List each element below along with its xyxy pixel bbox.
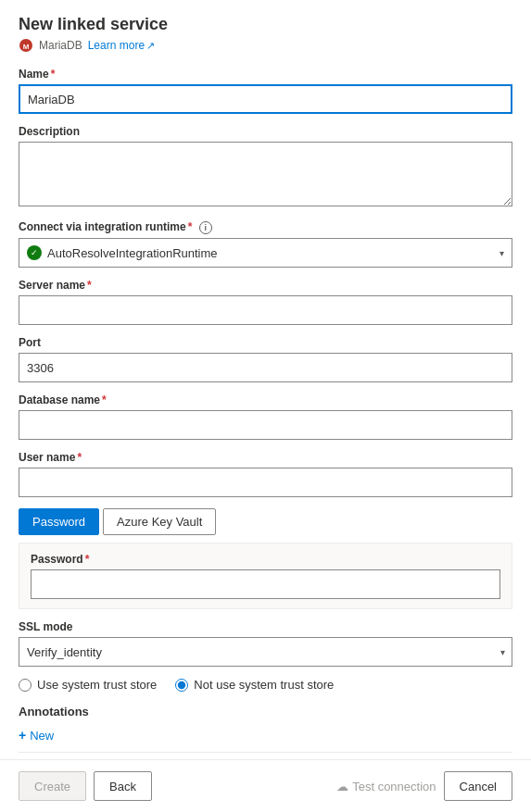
trust-store-group: Use system trust store Not use system tr…	[19, 678, 512, 692]
create-button[interactable]: Create	[19, 771, 86, 801]
external-link-icon: ↗	[146, 40, 155, 52]
system-trust-store-radio[interactable]	[19, 679, 32, 692]
username-label: User name*	[19, 451, 512, 464]
integration-runtime-label: Connect via integration runtime* i	[19, 220, 512, 234]
annotations-section: Annotations + New	[19, 699, 512, 752]
not-system-trust-store-radio[interactable]	[175, 679, 188, 692]
name-required: *	[51, 68, 56, 81]
connection-icon: ☁	[336, 780, 348, 793]
name-group: Name*	[19, 68, 512, 114]
tab-password[interactable]: Password	[19, 508, 99, 535]
ssl-mode-label: SSL mode	[19, 620, 512, 633]
ssl-mode-select[interactable]: Verify_identity Verify_CA Required Prefe…	[19, 637, 512, 667]
system-trust-store-option[interactable]: Use system trust store	[19, 678, 157, 692]
server-required: *	[87, 279, 92, 292]
auth-group: Password Azure Key Vault Password*	[19, 508, 512, 609]
password-required: *	[85, 553, 90, 566]
parameters-section[interactable]: ❯ Parameters	[19, 752, 512, 759]
runtime-chevron-icon: ▾	[499, 248, 504, 258]
database-name-group: Database name*	[19, 394, 512, 440]
footer: Create Back ☁ Test connection Cancel	[0, 759, 531, 812]
runtime-check-icon: ✓	[27, 245, 42, 260]
username-group: User name*	[19, 451, 512, 497]
runtime-dropdown-wrapper: ✓ AutoResolveIntegrationRuntime ▾	[19, 238, 512, 268]
not-system-trust-store-option[interactable]: Not use system trust store	[175, 678, 334, 692]
auth-tab-group: Password Azure Key Vault	[19, 508, 512, 535]
password-label: Password*	[31, 553, 500, 566]
form-panel: New linked service M MariaDB Learn more …	[0, 0, 531, 759]
username-required: *	[77, 451, 82, 464]
svg-text:M: M	[23, 43, 30, 51]
password-section: Password*	[19, 543, 512, 609]
name-label: Name*	[19, 68, 512, 81]
server-name-input[interactable]	[19, 295, 512, 325]
port-input[interactable]	[19, 353, 512, 382]
description-label: Description	[19, 125, 512, 138]
database-name-input[interactable]	[19, 410, 512, 440]
ssl-mode-dropdown-wrapper: Verify_identity Verify_CA Required Prefe…	[19, 637, 512, 667]
panel-subtitle: M MariaDB Learn more ↗	[19, 38, 512, 53]
plus-icon: +	[19, 728, 26, 743]
subtitle-service-name: MariaDB	[39, 39, 82, 52]
integration-runtime-group: Connect via integration runtime* i ✓ Aut…	[19, 220, 512, 268]
username-input[interactable]	[19, 468, 512, 497]
cancel-button[interactable]: Cancel	[444, 771, 512, 801]
database-name-label: Database name*	[19, 394, 512, 406]
add-new-button[interactable]: + New	[19, 724, 54, 746]
runtime-dropdown[interactable]: ✓ AutoResolveIntegrationRuntime ▾	[19, 238, 512, 268]
tab-azure-key-vault[interactable]: Azure Key Vault	[103, 508, 216, 535]
page-title: New linked service	[19, 15, 512, 34]
description-input[interactable]	[19, 142, 512, 206]
ssl-mode-group: SSL mode Verify_identity Verify_CA Requi…	[19, 620, 512, 667]
server-name-label: Server name*	[19, 279, 512, 292]
port-label: Port	[19, 336, 512, 349]
annotations-label: Annotations	[19, 705, 512, 718]
server-name-group: Server name*	[19, 279, 512, 325]
learn-more-link[interactable]: Learn more ↗	[88, 39, 155, 52]
port-group: Port	[19, 336, 512, 382]
description-group: Description	[19, 125, 512, 209]
password-input[interactable]	[31, 569, 500, 599]
back-button[interactable]: Back	[94, 771, 152, 801]
runtime-info-icon[interactable]: i	[199, 221, 212, 234]
name-input[interactable]	[19, 84, 512, 114]
mariadb-icon: M	[19, 38, 33, 53]
runtime-required: *	[188, 220, 193, 233]
test-connection-button: ☁ Test connection	[336, 780, 436, 793]
db-required: *	[102, 394, 107, 406]
